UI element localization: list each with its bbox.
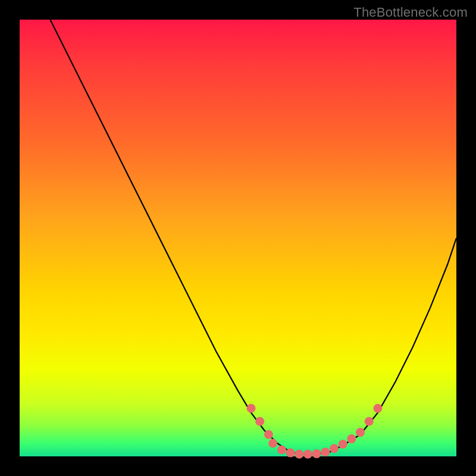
watermark-text: TheBottleneck.com <box>353 5 468 20</box>
curve-marker <box>347 434 356 443</box>
curve-markers <box>247 404 383 459</box>
curve-marker <box>255 417 264 426</box>
curve-marker <box>356 428 365 437</box>
curve-marker <box>339 440 347 449</box>
chart-overlay <box>20 20 456 456</box>
curve-marker <box>365 417 374 426</box>
bottleneck-curve <box>50 20 456 454</box>
curve-marker <box>312 449 321 458</box>
curve-marker <box>303 450 312 459</box>
curve-marker <box>321 447 330 456</box>
curve-marker <box>247 404 256 413</box>
curve-marker <box>373 404 382 413</box>
curve-marker <box>330 444 339 453</box>
curve-marker <box>268 439 277 448</box>
curve-marker <box>264 430 273 439</box>
chart-frame: TheBottleneck.com <box>0 0 476 476</box>
curve-marker <box>286 449 295 458</box>
curve-marker <box>277 446 286 455</box>
curve-marker <box>295 450 303 459</box>
